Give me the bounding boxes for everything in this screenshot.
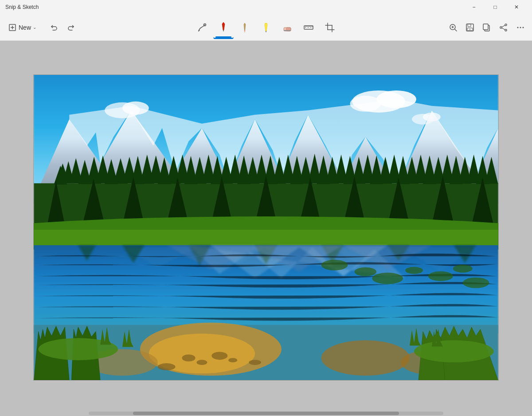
svg-point-155 [414,340,493,362]
new-label: New [19,24,31,31]
svg-marker-10 [265,23,267,31]
minimize-button[interactable]: − [464,0,484,14]
svg-rect-6 [223,23,224,24]
toolbar-right [445,20,528,35]
svg-point-148 [158,363,176,370]
app-title: Snip & Sketch [5,4,39,10]
svg-point-145 [196,360,207,365]
scrollbar-container [0,411,532,416]
touch-writing-button[interactable] [192,16,212,39]
svg-point-146 [211,352,227,360]
svg-rect-118 [34,230,498,247]
svg-marker-7 [244,23,246,31]
redo-button[interactable] [63,20,79,35]
ruler-button[interactable] [298,16,319,39]
toolbar-left: New ⌄ [4,20,79,35]
svg-line-40 [502,25,505,27]
highlighter-button[interactable] [256,16,276,39]
svg-marker-5 [223,30,224,31]
pencil-button[interactable] [235,16,255,39]
svg-line-29 [455,29,457,31]
svg-rect-35 [483,24,488,30]
svg-point-147 [228,358,237,362]
new-dropdown-arrow: ⌄ [33,25,36,30]
copy-button[interactable] [479,20,495,35]
svg-point-135 [428,271,453,281]
crop-button[interactable] [320,16,340,39]
maximize-button[interactable]: □ [485,0,505,14]
svg-point-43 [522,27,524,28]
svg-rect-9 [244,31,246,31]
svg-point-36 [505,24,507,26]
svg-point-41 [517,27,518,28]
svg-point-144 [182,354,196,361]
svg-point-38 [500,27,502,28]
title-bar-left: Snip & Sketch [5,4,39,10]
svg-point-133 [372,273,403,284]
svg-point-141 [321,340,410,376]
svg-point-137 [463,278,489,288]
title-bar: Snip & Sketch − □ ✕ [0,0,532,14]
svg-point-149 [249,360,261,365]
svg-point-37 [505,29,507,31]
svg-point-134 [405,267,423,274]
save-button[interactable] [462,20,478,35]
image-container [33,75,499,382]
main-content [0,41,532,416]
scrollbar-thumb[interactable] [133,412,399,415]
new-icon [8,23,17,32]
svg-marker-11 [266,31,266,32]
svg-rect-14 [284,30,291,31]
new-button[interactable]: New ⌄ [4,20,41,35]
eraser-button[interactable] [277,16,297,39]
toolbar: New ⌄ [0,14,532,41]
undo-redo-group [46,20,79,35]
landscape-image [33,75,499,381]
svg-point-131 [321,260,348,271]
svg-point-132 [354,267,376,276]
ballpoint-pen-button[interactable] [213,16,234,39]
more-options-button[interactable] [512,20,528,35]
svg-point-42 [520,27,521,28]
toolbar-center [192,16,340,39]
title-bar-controls: − □ ✕ [464,0,527,14]
scrollbar-track[interactable] [89,412,443,415]
svg-rect-31 [468,24,471,27]
zoom-in-button[interactable] [445,20,461,35]
undo-button[interactable] [46,20,62,35]
svg-line-39 [502,28,505,30]
share-button[interactable] [496,20,512,35]
svg-point-136 [453,265,473,273]
close-button[interactable]: ✕ [506,0,527,14]
